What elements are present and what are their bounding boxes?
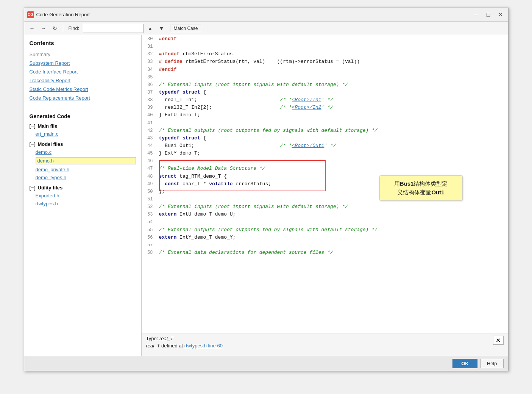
code-area: 30 #endif 31 32 #ifndef rtmSetErrorStatu… xyxy=(142,35,508,356)
minimize-button[interactable]: – xyxy=(472,10,481,19)
line-number: 33 xyxy=(142,58,157,66)
button-bar: OK Help xyxy=(24,356,508,371)
file-link-rtwtypes[interactable]: rtwtypes.h xyxy=(36,201,136,206)
table-row: 36 /* External inputs (root inport signa… xyxy=(142,81,508,89)
line-number: 37 xyxy=(142,89,157,96)
table-row: 58 /* External data declarations for dep… xyxy=(142,249,508,256)
line-number: 38 xyxy=(142,96,157,104)
line-code: /* External outputs (root outports fed b… xyxy=(157,127,508,134)
sidebar-item-code-interface[interactable]: Code Interface Report xyxy=(30,69,136,75)
line-code xyxy=(157,241,508,249)
status-close-button[interactable]: ✕ xyxy=(493,336,504,345)
rtwtype-link[interactable]: rtwtypes.h line 60 xyxy=(184,343,223,349)
utility-files-header: [−] Utility files xyxy=(30,185,136,191)
collapse-icon-model: [−] xyxy=(30,141,37,147)
line-code: typedef struct { xyxy=(157,89,508,96)
sidebar-item-replacements[interactable]: Code Replacements Report xyxy=(30,95,136,101)
line-number: 30 xyxy=(142,35,157,43)
collapse-icon-utility: [−] xyxy=(30,185,37,191)
table-row: 53 extern ExtU_demo_T demo_U; xyxy=(142,211,508,218)
tooltip-out1: Out1 xyxy=(431,189,444,195)
line-number: 43 xyxy=(142,134,157,142)
defined-line: real_T defined at rtwtypes.h line 60 xyxy=(146,343,489,349)
type-value: real_T xyxy=(159,336,173,341)
line-code: } ExtY_demo_T; xyxy=(157,150,508,157)
help-button[interactable]: Help xyxy=(481,359,504,368)
line-code: /* External data declarations for depend… xyxy=(157,249,508,256)
forward-button[interactable]: → xyxy=(39,23,48,33)
back-button[interactable]: ← xyxy=(27,23,37,33)
line-number: 39 xyxy=(142,104,157,111)
title-bar: CG Code Generation Report – □ ✕ xyxy=(24,8,508,22)
close-button[interactable]: ✕ xyxy=(496,10,505,19)
sidebar-item-subsystem-report[interactable]: Subsystem Report xyxy=(30,60,136,66)
sidebar: Contents Summary Subsystem Report Code I… xyxy=(24,35,142,356)
file-link-demo-private[interactable]: demo_private.h xyxy=(36,167,136,172)
line-code: extern ExtY_demo_T demo_Y; xyxy=(157,234,508,241)
main-file-header: [−] Main file xyxy=(30,123,136,129)
line-number: 58 xyxy=(142,249,157,256)
table-row: 33 # define rtmSetErrorStatus(rtm, val) … xyxy=(142,58,508,66)
table-row: 41 xyxy=(142,119,508,127)
line-code xyxy=(157,218,508,226)
find-prev-button[interactable]: ▲ xyxy=(145,23,155,33)
ok-button[interactable]: OK xyxy=(452,359,477,368)
line-code: /* Real-time Model Data Structure */ xyxy=(157,165,508,172)
table-row: 44 Bus1 Out1; /* '<Root>/Out1' */ xyxy=(142,142,508,150)
root-in2-link[interactable]: <Root>/In2 xyxy=(292,105,321,110)
tooltip-box: 用Bus1结构体类型定义结构体变量Out1 xyxy=(379,175,463,201)
line-number: 44 xyxy=(142,142,157,150)
toolbar: ← → ↻ Find: ▲ ▼ Match Case xyxy=(24,22,508,35)
line-number: 47 xyxy=(142,165,157,172)
file-link-exported[interactable]: Exported.h xyxy=(36,193,136,199)
line-code: /* External inputs (root inport signals … xyxy=(157,81,508,89)
sidebar-item-static-code[interactable]: Static Code Metrics Report xyxy=(30,86,136,92)
sidebar-item-traceability[interactable]: Traceability Report xyxy=(30,78,136,83)
line-number: 57 xyxy=(142,241,157,249)
type-label: Type: xyxy=(146,336,158,341)
file-link-demo-h[interactable]: demo.h xyxy=(36,157,136,164)
main-file-group: [−] Main file ert_main.c xyxy=(30,123,136,137)
line-number: 53 xyxy=(142,211,157,218)
root-out1-link[interactable]: <Root>/Out1 xyxy=(292,143,325,149)
model-files-header: [−] Model files xyxy=(30,141,136,147)
table-row: 57 xyxy=(142,241,508,249)
type-line: Type: real_T xyxy=(146,336,489,341)
table-row: 45 } ExtY_demo_T; xyxy=(142,150,508,157)
code-scroll[interactable]: 30 #endif 31 32 #ifndef rtmSetErrorStatu… xyxy=(142,35,508,333)
find-next-button[interactable]: ▼ xyxy=(156,23,166,33)
line-number: 34 xyxy=(142,66,157,73)
file-link-ert-main[interactable]: ert_main.c xyxy=(36,131,136,137)
file-link-demo-c[interactable]: demo.c xyxy=(36,149,136,155)
table-row: 55 /* External outputs (root outports fe… xyxy=(142,226,508,234)
line-code: /* External outputs (root outports fed b… xyxy=(157,226,508,234)
line-number: 55 xyxy=(142,226,157,234)
window-title: Code Generation Report xyxy=(36,12,472,17)
model-files-group: [−] Model files demo.c demo.h demo_priva… xyxy=(30,141,136,180)
find-input[interactable] xyxy=(83,24,144,33)
refresh-button[interactable]: ↻ xyxy=(50,23,60,33)
line-code: #endif xyxy=(157,66,508,73)
toolbar-separator xyxy=(63,25,63,32)
root-in1-link[interactable]: <Root>/In1 xyxy=(292,97,321,103)
table-row: 37 typedef struct { xyxy=(142,89,508,96)
table-row: 38 real_T In1; /* '<Root>/In1' */ xyxy=(142,96,508,104)
match-case-button[interactable]: Match Case xyxy=(170,25,201,32)
file-link-demo-types[interactable]: demo_types.h xyxy=(36,175,136,180)
code-table: 30 #endif 31 32 #ifndef rtmSetErrorStatu… xyxy=(142,35,508,256)
contents-title: Contents xyxy=(30,40,136,46)
table-row: 31 xyxy=(142,43,508,50)
line-code: extern ExtU_demo_T demo_U; xyxy=(157,211,508,218)
maximize-button[interactable]: □ xyxy=(484,10,493,19)
tooltip-bus1: Bus1 xyxy=(400,180,414,187)
line-code: real_T In1; /* '<Root>/In1' */ xyxy=(157,96,508,104)
line-code: Bus1 Out1; /* '<Root>/Out1' */ xyxy=(157,142,508,150)
line-number: 48 xyxy=(142,173,157,180)
line-number: 42 xyxy=(142,127,157,134)
table-row: 30 #endif xyxy=(142,35,508,43)
line-number: 31 xyxy=(142,43,157,50)
line-code xyxy=(157,119,508,127)
status-bar: Type: real_T real_T defined at rtwtypes.… xyxy=(142,333,508,356)
window-controls: – □ ✕ xyxy=(472,10,505,19)
line-code: } ExtU_demo_T; xyxy=(157,111,508,119)
